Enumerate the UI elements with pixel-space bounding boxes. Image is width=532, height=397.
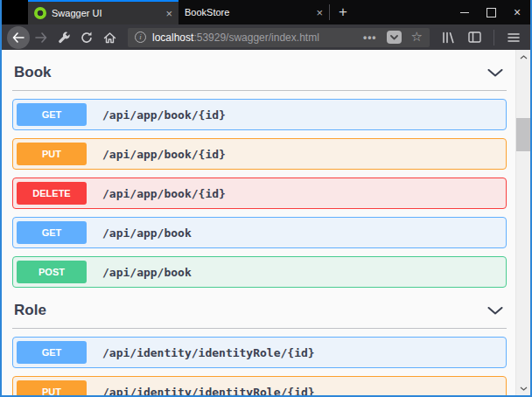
pocket-chevron-icon	[390, 35, 398, 40]
reload-button[interactable]	[75, 26, 98, 49]
navigation-toolbar: i localhost:53929/swagger/index.html •••…	[2, 24, 530, 50]
endpoint-path: /api/app/book/{id}	[102, 108, 226, 122]
tab-bookstore[interactable]: BookStore ×	[178, 0, 329, 24]
method-badge: PUT	[17, 380, 87, 395]
hamburger-menu-icon	[508, 32, 520, 43]
wrench-icon	[58, 31, 70, 44]
scroll-down-button[interactable]	[516, 381, 530, 395]
reload-icon	[80, 31, 93, 44]
endpoint-row[interactable]: PUT /api/identity/identityRole/{id}	[12, 376, 507, 395]
section-divider	[12, 328, 507, 329]
endpoint-row[interactable]: GET /api/identity/identityRole/{id}	[12, 337, 507, 368]
titlebar-corner	[2, 0, 28, 24]
endpoint-row[interactable]: GET /api/app/book/{id}	[12, 99, 507, 130]
page-actions-button[interactable]: •••	[363, 31, 377, 44]
endpoint-path: /api/app/book/{id}	[102, 187, 226, 200]
page-content: Book GET /api/app/book/{id} PUT /api/app…	[2, 50, 530, 395]
scroll-down-icon	[520, 387, 528, 391]
swagger-sections: Book GET /api/app/book/{id} PUT /api/app…	[2, 50, 515, 395]
new-tab-button[interactable]: +	[330, 0, 356, 24]
pocket-save-icon[interactable]	[387, 31, 402, 44]
swagger-favicon-icon	[34, 7, 46, 19]
url-text[interactable]: localhost:53929/swagger/index.html	[152, 31, 319, 44]
method-badge: GET	[17, 103, 87, 126]
endpoint-path: /api/app/book	[102, 226, 192, 240]
endpoint-row[interactable]: GET /api/app/book	[12, 217, 507, 248]
endpoint-path: /api/identity/identityRole/{id}	[102, 386, 315, 396]
bookmark-star-icon[interactable]: ☆	[411, 31, 423, 44]
section-divider	[12, 90, 507, 91]
url-bar[interactable]: i localhost:53929/swagger/index.html •••…	[128, 28, 430, 47]
sidebar-toggle-button[interactable]	[463, 26, 486, 49]
method-badge: POST	[17, 261, 87, 283]
tab-close-icon[interactable]: ×	[316, 7, 323, 18]
tab-close-icon[interactable]: ×	[165, 8, 172, 19]
endpoint-path: /api/app/book	[102, 266, 192, 279]
scroll-up-button[interactable]	[516, 50, 530, 64]
endpoint-row[interactable]: POST /api/app/book	[12, 256, 507, 288]
vertical-scrollbar[interactable]	[515, 50, 530, 395]
section-header[interactable]: Book	[12, 64, 507, 81]
method-badge: GET	[17, 221, 87, 244]
tools-wrench-button[interactable]	[52, 26, 75, 49]
url-path: :53929/swagger/index.html	[193, 31, 318, 44]
back-arrow-icon	[12, 32, 24, 43]
endpoint-list: GET /api/identity/identityRole/{id} PUT …	[12, 337, 507, 395]
section-title: Role	[14, 302, 46, 319]
method-badge: DELETE	[17, 182, 87, 205]
back-button[interactable]	[7, 26, 30, 49]
section-title: Book	[14, 64, 52, 81]
api-section: Role GET /api/identity/identityRole/{id}…	[12, 302, 507, 395]
url-host: localhost	[152, 31, 193, 44]
chevron-down-icon[interactable]	[487, 307, 503, 315]
site-info-icon[interactable]: i	[135, 31, 146, 43]
browser-window: Swagger UI × BookStore × + ×	[0, 0, 532, 397]
menu-button[interactable]	[502, 26, 525, 49]
home-icon	[103, 31, 116, 44]
library-icon	[441, 31, 455, 44]
titlebar-drag-area	[356, 0, 452, 24]
scrollbar-thumb[interactable]	[516, 118, 530, 151]
close-icon: ×	[514, 6, 521, 18]
endpoint-path: /api/app/book/{id}	[102, 148, 226, 161]
library-button[interactable]	[437, 26, 459, 49]
minimize-button[interactable]	[452, 0, 478, 24]
close-window-button[interactable]: ×	[504, 0, 530, 24]
chevron-down-icon[interactable]	[487, 69, 503, 77]
section-header[interactable]: Role	[12, 302, 507, 319]
minimize-icon	[460, 12, 469, 13]
method-badge: GET	[17, 341, 87, 364]
forward-button[interactable]	[30, 26, 52, 49]
tab-swagger-ui[interactable]: Swagger UI ×	[28, 0, 178, 24]
endpoint-path: /api/identity/identityRole/{id}	[102, 346, 315, 359]
sidebar-icon	[468, 31, 481, 43]
maximize-button[interactable]	[478, 0, 504, 24]
scroll-up-icon	[520, 55, 528, 59]
method-badge: PUT	[17, 143, 87, 165]
endpoint-list: GET /api/app/book/{id} PUT /api/app/book…	[12, 99, 507, 288]
forward-arrow-icon	[35, 32, 47, 43]
endpoint-row[interactable]: DELETE /api/app/book/{id}	[12, 178, 507, 209]
toolbar-separator	[494, 30, 494, 45]
tab-bar: Swagger UI × BookStore × + ×	[2, 0, 530, 24]
maximize-icon	[486, 8, 496, 17]
tab-title: BookStore	[185, 7, 312, 17]
tab-title: Swagger UI	[52, 8, 162, 18]
endpoint-row[interactable]: PUT /api/app/book/{id}	[12, 138, 507, 170]
home-button[interactable]	[98, 26, 121, 49]
api-section: Book GET /api/app/book/{id} PUT /api/app…	[12, 64, 507, 288]
